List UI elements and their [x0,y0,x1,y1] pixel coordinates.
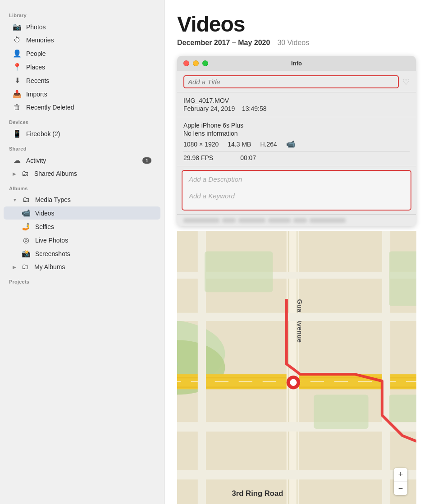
chevron-down-icon: ▼ [13,197,17,202]
sidebar-item-label: Photos [26,23,151,31]
device-icon: 📱 [13,129,22,138]
video-camera-icon: 📹 [286,140,295,148]
blurred-location-4 [268,218,291,223]
svg-rect-19 [205,251,273,292]
info-file-section: IMG_4017.MOV February 24, 2019 13:49:58 [177,92,416,117]
photos-icon: 📷 [13,23,22,31]
maximize-button[interactable] [202,60,208,66]
device-name: Apple iPhone 6s Plus [183,122,410,129]
video-icon: 📹 [22,209,31,217]
sidebar-item-activity[interactable]: ☁ Activity 1 [4,154,160,167]
file-size: 14.3 MB [228,141,251,148]
sidebar-item-shared-albums[interactable]: ▶ 🗂 Shared Albums [4,167,160,180]
sidebar-item-media-types[interactable]: ▼ 🗂 Media Types [4,193,160,206]
sidebar-item-places[interactable]: 📍 Places [4,60,160,73]
duration-value: 00:07 [240,154,256,161]
svg-rect-13 [177,470,416,479]
filename: IMG_4017.MOV [183,97,410,104]
info-device-section: Apple iPhone 6s Plus No lens information… [177,117,416,166]
svg-rect-18 [314,395,368,429]
svg-rect-20 [389,251,416,306]
svg-point-25 [290,379,297,386]
map-controls: + − [394,468,407,495]
sidebar-item-label: Shared Albums [34,170,151,177]
arrow-icon: ▶ [13,171,16,176]
activity-badge: 1 [142,157,151,164]
time-value: 13:49:58 [242,105,267,112]
fps-row: 29.98 FPS 00:07 [183,151,410,161]
title-input[interactable] [183,75,399,88]
map-svg: Guan Avenue S101 3rd Ring Ro [177,231,416,504]
info-title-row: ♡ [177,71,416,92]
sidebar-item-imports[interactable]: 📥 Imports [4,87,160,101]
sidebar-item-label: Imports [26,91,151,98]
sidebar-item-screenshots[interactable]: 📸 Screenshots [4,247,160,260]
sidebar-item-recents[interactable]: ⬇ Recents [4,74,160,87]
info-body: ♡ IMG_4017.MOV February 24, 2019 13:49:5… [177,71,416,226]
sidebar-item-label: Screenshots [35,250,151,257]
info-desc-keyword-section: Add a Description Add a Keyword [182,170,411,211]
keyword-placeholder[interactable]: Add a Keyword [189,192,404,200]
selfie-icon: 🤳 [22,222,31,231]
folder-icon: 🗂 [22,196,31,204]
blurred-location-1 [183,218,219,223]
blurred-location-3 [238,218,265,223]
sidebar-section-albums: Albums [0,180,164,193]
sidebar-item-label: Activity [26,157,138,164]
blurred-location-6 [310,218,346,223]
sidebar-item-selfies[interactable]: 🤳 Selfies [4,220,160,233]
file-date: February 24, 2019 13:49:58 [183,105,410,112]
date-value: February 24, 2019 [183,105,235,112]
fps-value: 29.98 FPS [183,154,213,161]
sidebar-item-live-photos[interactable]: ◎ Live Photos [4,234,160,247]
dimensions: 1080 × 1920 [183,141,219,148]
main-content: Videos December 2017 – May 2020 30 Video… [164,0,429,504]
sidebar-section-shared: Shared [0,141,164,153]
zoom-in-button[interactable]: + [394,468,407,481]
sidebar-item-label: Places [26,64,151,71]
recents-icon: ⬇ [13,76,22,85]
favorite-button[interactable]: ♡ [402,77,410,87]
description-placeholder[interactable]: Add a Description [189,175,404,183]
sidebar-item-label: Media Types [35,196,151,203]
info-panel: Info ♡ IMG_4017.MOV February 24, 2019 13… [177,56,416,226]
tech-row: 1080 × 1920 14.3 MB H.264 📹 [183,140,410,148]
sidebar-item-videos[interactable]: 📹 Videos [4,206,160,220]
info-titlebar: Info [177,56,416,71]
sidebar-section-devices: Devices [0,114,164,127]
map-container: Guan Avenue S101 3rd Ring Ro [177,231,416,504]
sidebar-item-label: Videos [35,210,151,217]
lens-info: No lens information [183,130,410,137]
svg-rect-21 [389,395,416,422]
sidebar-item-label: Memories [26,37,151,44]
imports-icon: 📥 [13,90,22,98]
info-window-title: Info [291,60,302,67]
sidebar-item-label: Recents [26,77,151,84]
cloud-icon: ☁ [13,156,22,165]
codec: H.264 [260,141,277,148]
page-title: Videos [177,14,416,35]
blurred-location-2 [222,218,236,223]
sidebar-section-library: Library [0,7,164,20]
sidebar-item-people[interactable]: 👤 People [4,47,160,60]
memories-icon: ⏱ [13,36,22,44]
sidebar-item-label: Selfies [35,223,151,230]
my-albums-icon: 🗂 [21,263,30,271]
sidebar-section-projects: Projects [0,274,164,286]
people-icon: 👤 [13,49,22,58]
main-subtitle: December 2017 – May 2020 30 Videos [177,39,416,47]
close-button[interactable] [183,60,189,66]
sidebar-item-photos[interactable]: 📷 Photos [4,20,160,33]
minimize-button[interactable] [193,60,199,66]
sidebar-item-label: My Albums [34,263,151,270]
live-photos-icon: ◎ [22,236,31,244]
sidebar-item-fireebok[interactable]: 📱 Fireebok (2) [4,127,160,140]
sidebar-item-label: People [26,50,151,57]
date-range: December 2017 – May 2020 [177,39,270,47]
sidebar-item-recently-deleted[interactable]: 🗑 Recently Deleted [4,101,160,114]
zoom-out-button[interactable]: − [394,481,407,495]
sidebar-item-my-albums[interactable]: ▶ 🗂 My Albums [4,261,160,273]
video-count: 30 Videos [277,39,309,47]
blurred-location-5 [293,218,307,223]
sidebar-item-memories[interactable]: ⏱ Memories [4,34,160,46]
